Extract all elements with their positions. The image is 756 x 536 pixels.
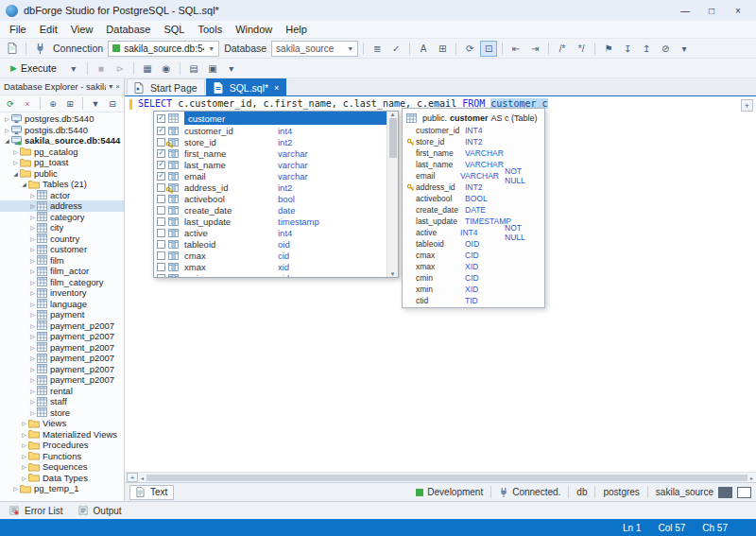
tree-item-payment-p2007[interactable]: ▷payment_p2007	[0, 342, 124, 354]
tree-collapsed-icon[interactable]: ▷	[28, 301, 37, 307]
menu-window[interactable]: Window	[229, 23, 279, 36]
tab-error-list[interactable]: Error List	[3, 503, 70, 519]
refresh-code-completion-icon[interactable]: ⟳	[461, 41, 478, 57]
tree-collapsed-icon[interactable]: ▷	[28, 388, 37, 394]
split-layout-icon[interactable]	[737, 487, 751, 498]
tree-item-inventory[interactable]: ▷inventory	[0, 287, 124, 299]
tree-item-film-category[interactable]: ▷film_category	[0, 277, 124, 288]
tree-item-payment-p2007[interactable]: ▷payment_p2007	[0, 331, 124, 342]
tree-item-store[interactable]: ▷store	[0, 407, 124, 419]
clear-bookmarks-icon[interactable]: ⊘	[657, 41, 674, 57]
checkbox-checked-icon[interactable]: ✓	[157, 114, 165, 123]
pin-results-icon[interactable]: ▣	[204, 61, 221, 77]
tree-item-data-types[interactable]: ▷Data Types	[0, 473, 124, 484]
tree-collapsed-icon[interactable]: ▷	[28, 192, 37, 199]
connection-select[interactable]: sakila_source.db:5444 ▼	[108, 41, 219, 57]
completion-item-email[interactable]: ✓emailvarchar	[154, 170, 387, 182]
query-plan-icon[interactable]: ▦	[139, 61, 156, 77]
tree-collapsed-icon[interactable]: ▷	[28, 398, 37, 405]
checkbox-icon[interactable]	[157, 195, 165, 203]
completion-item-create_date[interactable]: create_datedate	[154, 204, 387, 216]
tree-item-city[interactable]: ▷city	[0, 222, 124, 233]
next-bookmark-icon[interactable]: ↧	[619, 41, 636, 57]
checkbox-icon[interactable]	[157, 251, 165, 260]
tree-item-film-actor[interactable]: ▷film_actor	[0, 266, 124, 277]
editor-hscrollbar[interactable]: + ◂ ▸	[125, 472, 756, 482]
minimize-button[interactable]: —	[673, 3, 697, 19]
checkbox-checked-icon[interactable]: ✓	[157, 172, 165, 181]
new-pane-button[interactable]: +	[127, 473, 138, 482]
checkbox-icon[interactable]	[157, 183, 165, 192]
sql-editor[interactable]: SELECT c.customer_id, c.first_name, c.la…	[125, 96, 756, 472]
tree-item-pg-temp-1[interactable]: ▷pg_temp_1	[0, 483, 124, 494]
tree-expanded-icon[interactable]: ◢	[3, 137, 11, 144]
new-database-icon[interactable]: ⊞	[62, 96, 77, 111]
database-select[interactable]: sakila_source ▼	[271, 41, 358, 57]
tree-collapsed-icon[interactable]: ▷	[20, 475, 28, 481]
stop-refresh-icon[interactable]: ×	[20, 96, 35, 111]
tree-item-payment-p2007[interactable]: ▷payment_p2007	[0, 353, 124, 364]
checkbox-checked-icon[interactable]: ✓	[157, 149, 165, 158]
tree-item-language[interactable]: ▷language	[0, 299, 124, 310]
completion-item-cmax[interactable]: cmaxcid	[154, 250, 387, 261]
tree-collapsed-icon[interactable]: ▷	[28, 366, 37, 372]
window-position-icon[interactable]: ▾	[109, 82, 112, 91]
tree-item-payment[interactable]: ▷payment	[0, 309, 124, 320]
tree-item-pg-toast[interactable]: ▷pg_toast	[0, 157, 124, 168]
checkbox-checked-icon[interactable]: ✓	[157, 127, 165, 135]
tree-item-rental[interactable]: ▷rental	[0, 386, 124, 397]
tree-collapsed-icon[interactable]: ▷	[28, 289, 37, 296]
new-connection-icon[interactable]: ⊕	[45, 96, 60, 111]
checkbox-checked-icon[interactable]: ✓	[157, 161, 165, 169]
tab-start-page[interactable]: Start Page	[127, 78, 205, 95]
checkbox-icon[interactable]	[157, 217, 165, 226]
completion-scrollbar[interactable]: ▲ ▼	[387, 112, 398, 277]
tree-item-payment-p2007[interactable]: ▷payment_p2007	[0, 320, 124, 332]
completion-item-last_update[interactable]: last_updatetimestamp	[154, 216, 387, 227]
tree-collapsed-icon[interactable]: ▷	[11, 485, 20, 492]
tree-item-functions[interactable]: ▷Functions	[0, 451, 124, 462]
menu-file[interactable]: File	[3, 23, 33, 36]
scroll-left-icon[interactable]: ◂	[141, 475, 144, 481]
tree-item-film[interactable]: ▷film	[0, 255, 124, 267]
tree-collapsed-icon[interactable]: ▷	[28, 246, 37, 252]
completion-item-xmax[interactable]: xmaxxid	[154, 261, 387, 272]
single-layout-icon[interactable]	[718, 487, 732, 498]
scroll-thumb[interactable]	[389, 118, 397, 158]
maximize-button[interactable]: □	[699, 3, 724, 19]
tree-item-sequences[interactable]: ▷Sequences	[0, 461, 124, 473]
stop-execution-icon[interactable]: ■	[93, 61, 110, 77]
completion-item-store_id[interactable]: store_idint2	[154, 136, 387, 147]
completion-item-address_id[interactable]: address_idint2	[154, 182, 387, 193]
tree-collapsed-icon[interactable]: ▷	[28, 376, 37, 383]
menu-tools[interactable]: Tools	[191, 23, 229, 36]
tree-item-views[interactable]: ▷Views	[0, 418, 124, 429]
decrease-indent-icon[interactable]: ⇤	[507, 41, 524, 57]
tree-collapsed-icon[interactable]: ▷	[28, 279, 37, 285]
toggle-bookmark-icon[interactable]: ⚑	[600, 41, 617, 57]
tree-item-address[interactable]: ▷address	[0, 200, 124, 212]
snippets-icon[interactable]: ⊞	[434, 41, 451, 57]
tree-collapsed-icon[interactable]: ▷	[20, 463, 28, 470]
tab-sql-file[interactable]: SQL.sql* ×	[206, 78, 287, 95]
tree-item-postgres-db-5440[interactable]: ▷postgres.db:5440	[0, 113, 124, 125]
tree-collapsed-icon[interactable]: ▷	[20, 420, 28, 426]
tree-collapsed-icon[interactable]: ▷	[28, 354, 37, 361]
tree-collapsed-icon[interactable]: ▷	[28, 202, 37, 209]
completion-item-first_name[interactable]: ✓first_namevarchar	[154, 147, 387, 159]
scroll-up-icon[interactable]: ▲	[390, 112, 396, 117]
tree-item-category[interactable]: ▷category	[0, 212, 124, 223]
query-profiler-icon[interactable]: ◉	[158, 61, 175, 77]
scroll-right-icon[interactable]: ▸	[750, 475, 753, 481]
tab-output[interactable]: Output	[72, 503, 129, 519]
completion-selected-item[interactable]: ✓customer	[154, 112, 387, 125]
tree-item-public[interactable]: ◢public	[0, 168, 124, 180]
tree-item-pg-catalog[interactable]: ▷pg_catalog	[0, 147, 124, 158]
tree-collapsed-icon[interactable]: ▷	[28, 268, 37, 274]
tree-collapsed-icon[interactable]: ▷	[28, 322, 37, 329]
close-tab-icon[interactable]: ×	[274, 83, 279, 93]
tree-collapsed-icon[interactable]: ▷	[28, 344, 37, 351]
completion-item-cmin[interactable]: cmincid	[154, 272, 387, 277]
menu-sql[interactable]: SQL	[157, 23, 191, 36]
refresh-icon[interactable]: ⟳	[3, 96, 18, 111]
